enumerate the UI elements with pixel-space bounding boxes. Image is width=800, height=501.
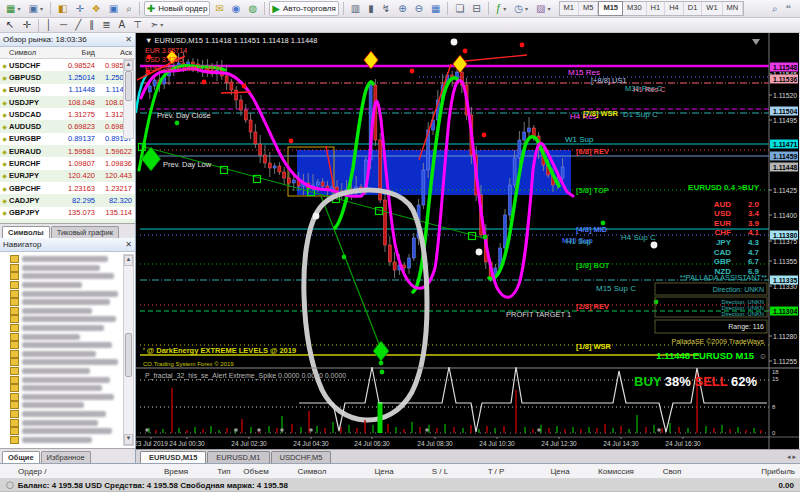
- close-icon[interactable]: ✕: [125, 35, 132, 44]
- terminal-column-прибыль[interactable]: Прибыль: [761, 467, 795, 476]
- timeframe-m5[interactable]: M5: [579, 2, 598, 15]
- navigator-item[interactable]: [10, 427, 119, 436]
- periods-button[interactable]: ◷▾: [511, 1, 531, 16]
- navigator-button[interactable]: ❖: [89, 1, 104, 16]
- navigator-item[interactable]: [10, 358, 119, 367]
- navigator-item[interactable]: [10, 298, 119, 307]
- market-watch-row[interactable]: ◆EURAUD1.595811.59622: [0, 145, 135, 157]
- market-watch-row[interactable]: ◆EURGBP0.891370.89157: [0, 133, 135, 145]
- chart-tab-usdchf-m5[interactable]: USDCHF,M5: [271, 451, 332, 463]
- column-symbol[interactable]: Символ: [9, 48, 61, 57]
- scroll-thumb[interactable]: [125, 333, 132, 377]
- scroll-up-icon[interactable]: ▲: [124, 60, 133, 71]
- vline-tool[interactable]: │: [43, 18, 55, 33]
- navigator-scrollbar[interactable]: ▲▼: [123, 254, 134, 446]
- timeframe-m15[interactable]: M15: [598, 1, 623, 16]
- search-button[interactable]: ⌕: [769, 1, 781, 16]
- fibonacci-tool[interactable]: ≣: [99, 18, 113, 33]
- zoom-in-button[interactable]: ⊕: [395, 1, 409, 16]
- cursor-tool[interactable]: ↖: [3, 18, 17, 33]
- navigator-item[interactable]: [10, 393, 119, 402]
- navigator-item[interactable]: [10, 375, 119, 384]
- tab-избранное[interactable]: Избранное: [41, 451, 91, 463]
- terminal-balance-row[interactable]: ◯ Баланс: 4 195.58 USD Средства: 4 195.5…: [0, 479, 800, 492]
- data-window-button[interactable]: ✛: [72, 1, 86, 16]
- navigator-item[interactable]: [10, 401, 119, 410]
- new-chart-button[interactable]: ▦▾: [3, 1, 23, 16]
- navigator-item[interactable]: [10, 307, 119, 316]
- column-ask[interactable]: Аск: [98, 48, 135, 57]
- market-watch-row[interactable]: ◆USDCHF0.985240.98545: [0, 59, 135, 71]
- navigator-item[interactable]: [10, 315, 119, 324]
- candles-button[interactable]: ▮: [365, 1, 377, 16]
- terminal-column-объем[interactable]: Объем: [243, 467, 269, 476]
- terminal-column-символ[interactable]: Символ: [298, 467, 327, 476]
- timeframe-d1[interactable]: D1: [684, 2, 703, 15]
- column-bid[interactable]: Бид: [61, 48, 98, 57]
- scroll-thumb[interactable]: [125, 71, 132, 101]
- scroll-up-icon[interactable]: ▲: [124, 255, 133, 266]
- new-order-button[interactable]: ✚Новый ордер: [144, 1, 211, 16]
- navigator-item[interactable]: [10, 367, 119, 376]
- navigator-item[interactable]: [10, 350, 119, 359]
- market-watch-row[interactable]: ◆USDCAD1.312751.31299: [0, 108, 135, 120]
- tile-windows-button[interactable]: ▦: [428, 1, 443, 16]
- tab-символы[interactable]: Символы: [2, 226, 50, 238]
- market-watch-row[interactable]: ◆GBPJPY135.073135.114: [0, 207, 135, 219]
- trendline-tool[interactable]: ╱: [72, 18, 84, 33]
- navigator-item[interactable]: [10, 255, 119, 264]
- market-watch-row[interactable]: ◆CADJPY82.29582.320: [0, 194, 135, 206]
- label-tool[interactable]: ⊤: [130, 18, 145, 33]
- terminal-column-цена[interactable]: Цена: [550, 467, 569, 476]
- market-watch-row[interactable]: ◆AUDNZD1.039741.04018: [0, 219, 135, 223]
- timeframe-h4[interactable]: H4: [665, 2, 684, 15]
- terminal-column-своп[interactable]: Своп: [663, 467, 682, 476]
- tab-тиковый-график[interactable]: Тиковый график: [51, 226, 119, 238]
- tab-общие[interactable]: Общие: [2, 451, 40, 463]
- terminal-column-время[interactable]: Время: [164, 467, 188, 476]
- close-icon[interactable]: ✕: [125, 240, 132, 249]
- terminal-column-цена[interactable]: Цена: [374, 467, 393, 476]
- strategy-tester-button[interactable]: ⌕: [123, 1, 135, 16]
- chat-button[interactable]: ❝: [783, 1, 794, 16]
- templates-button[interactable]: ▨▾: [533, 1, 553, 16]
- chart-tab-eurusd-m15[interactable]: EURUSD,M15: [140, 451, 206, 463]
- line-chart-button[interactable]: ↯: [379, 1, 393, 16]
- market-watch-row[interactable]: ◆EURCHF1.098071.09836: [0, 157, 135, 169]
- timeframe-w1[interactable]: W1: [702, 2, 722, 15]
- terminal-column-t-p[interactable]: T / P: [488, 467, 505, 476]
- zoom-out-button[interactable]: ⊖: [412, 1, 426, 16]
- navigator-item[interactable]: [10, 418, 119, 427]
- terminal-column-тип[interactable]: Тип: [217, 467, 230, 476]
- indicators-button[interactable]: ƒ▾: [493, 1, 510, 16]
- market-watch-button[interactable]: ◧: [55, 1, 70, 16]
- terminal-column-ордер-[interactable]: Ордер /: [18, 467, 47, 476]
- arrows-tool[interactable]: ➣▾: [147, 18, 166, 33]
- navigator-item[interactable]: [10, 410, 119, 419]
- arrange-windows-button[interactable]: ⊟: [469, 1, 483, 16]
- navigator-item[interactable]: [10, 289, 119, 298]
- timeframe-m30[interactable]: M30: [623, 2, 647, 15]
- community-button[interactable]: ◉: [229, 1, 244, 16]
- timeframe-mn[interactable]: MN: [723, 2, 744, 15]
- market-watch-row[interactable]: ◆AUDUSD0.698230.69841: [0, 120, 135, 132]
- hline-tool[interactable]: ─: [57, 18, 70, 33]
- navigator-item[interactable]: [10, 264, 119, 273]
- tab-pager-arrows[interactable]: ◂ ▸: [787, 453, 796, 461]
- sounds-button[interactable]: ◍: [246, 1, 261, 16]
- channel-tool[interactable]: ∥: [86, 18, 97, 33]
- cascade-windows-button[interactable]: ❏: [452, 1, 467, 16]
- navigator-item[interactable]: [10, 341, 119, 350]
- timeframe-h1[interactable]: H1: [647, 2, 666, 15]
- market-watch-row[interactable]: ◆GBPUSD1.250141.25034: [0, 71, 135, 83]
- price-chart[interactable]: 23 Jul 201924 Jul 00:3024 Jul 02:3024 Ju…: [136, 33, 799, 449]
- market-watch-row[interactable]: ◆EURUSD1.114481.11459: [0, 84, 135, 96]
- market-watch-row[interactable]: ◆GBPCHF1.231631.23217: [0, 182, 135, 194]
- navigator-item[interactable]: [10, 435, 119, 444]
- navigator-item[interactable]: [10, 324, 119, 333]
- scroll-down-icon[interactable]: ▼: [124, 434, 133, 445]
- autotrading-button[interactable]: ▶Авто-торговля: [269, 1, 339, 16]
- navigator-item[interactable]: [10, 332, 119, 341]
- timeframe-m1[interactable]: M1: [560, 2, 579, 15]
- crosshair-tool[interactable]: ✛: [19, 18, 33, 33]
